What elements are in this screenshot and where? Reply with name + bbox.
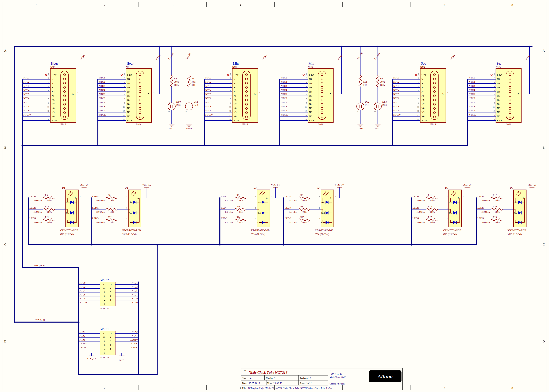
nixie-tube-NX3[interactable]: MinNX3L DP5N12NTC1N29NTC2N34NTC3N46NTC4N… (279, 47, 343, 126)
junction-dot (279, 108, 280, 109)
author-name: Grisha Anofriev (329, 382, 345, 385)
pin-number: 4 (306, 85, 307, 88)
net-label: NTC10 (205, 113, 213, 116)
nixie-tube-NX4[interactable]: SecNX4L DP5N12NTC1N29NTC2N34NTC3N46NTC4N… (392, 47, 455, 126)
pin-number: 4 (319, 217, 320, 220)
net-label: NTC4 (99, 89, 105, 91)
wire (91, 353, 100, 356)
pin-number-left: 4 (104, 348, 105, 350)
junction-dot (203, 145, 205, 146)
led-module-D1[interactable]: D1A2VCC_5VLEDB3R5100 Ohm0805BluLEDR1R131… (28, 184, 89, 236)
vcc-label: VCC_5V (142, 184, 151, 186)
resistor-value: 300k (380, 81, 385, 83)
neon-lamp-DS3[interactable]: LAMP1R4300k080512DS3IN-3GND (374, 47, 387, 130)
net-label: NTC1 (469, 76, 475, 79)
junction-dot (78, 344, 79, 346)
resistor-symbol (299, 219, 310, 221)
pin-name: N7 (234, 103, 237, 105)
net-label: NTC1 (205, 76, 211, 79)
resistor-value: 300k (192, 81, 196, 83)
sheet-number: * (306, 382, 307, 385)
pin-name: N9 (127, 111, 130, 113)
junction-dot (279, 99, 280, 100)
led-color-label: Blu (514, 201, 517, 203)
nixie-tube-NX0[interactable]: HourNX0L DP5N12NTC1N29NTC2N34NTC3N46NTC4… (22, 47, 85, 126)
column-label: 8 (511, 386, 513, 390)
nixie-tube-NX1[interactable]: HourNX1L DP5N12NTC1N29NTC2N34NTC3N46NTC4… (97, 47, 161, 126)
resistor-designator: R14 (108, 205, 112, 208)
led-module-D2[interactable]: D2A2VCC_5VLEDB3R6100 Ohm0805BluLEDR1R141… (90, 184, 151, 236)
junction-dot (279, 95, 280, 96)
junction-dot (392, 99, 393, 100)
pin-number: 7 (494, 93, 495, 96)
junction-dot (138, 292, 139, 293)
net-label: NTC8 (205, 105, 211, 108)
tube-title: Sec (421, 62, 426, 65)
neon-lamp-DS1[interactable]: LAMP1R1300k080512DS1IN-3GND (185, 47, 198, 130)
resistor-designator: R11 (428, 194, 432, 196)
junction-dot (279, 120, 280, 121)
resistor-value: 100 Ohm (416, 199, 425, 202)
pin-name: R DP (127, 119, 132, 122)
anode-wire (449, 47, 454, 94)
junction-dot (138, 295, 139, 297)
neon-lamp-DS0[interactable]: LAMP0R2300k080512DS0IN-3GND (168, 47, 181, 130)
junction-dot (467, 87, 468, 88)
pin-number: 13 (417, 114, 419, 116)
pin-name: N0 (497, 115, 500, 118)
led-module-D3[interactable]: D3A2VCC_5VLEDB3R8100 Ohm0805BluLEDR1R161… (219, 184, 280, 236)
pin-number: 11 (47, 106, 49, 108)
junction-dot (204, 91, 205, 92)
led-color-label: Red (66, 212, 69, 214)
pin-number-left: 10 (103, 336, 105, 339)
net-label: NTC6 (469, 97, 475, 99)
anode-wire (79, 47, 84, 94)
net-label: LEDR (285, 206, 291, 209)
tube-designator: NX4 (420, 66, 425, 68)
pin-number: 2 (80, 195, 81, 197)
net-label: NTA0 (132, 301, 138, 304)
pin-number: 1 (185, 102, 188, 103)
led-module-D6[interactable]: D6A2VCC_5VLEDB3R12100 Ohm0805BluLEDR1R20… (476, 184, 536, 236)
pin-number: 3 (230, 102, 231, 104)
pin-name: L DP (52, 74, 57, 77)
junction-dot (204, 104, 205, 105)
junction-dot (22, 83, 23, 84)
net-label: NTC1 (281, 76, 287, 79)
pin-number: 13 (123, 114, 125, 116)
net-label: NTC7 (281, 101, 287, 104)
number-value: * (274, 377, 275, 379)
part-name: KT-SMD3528-RGB (60, 229, 78, 231)
led-module-D5[interactable]: D5A2VCC_5VLEDB3R11100 Ohm0805BluLEDR1R19… (411, 184, 472, 236)
net-label: NTC10 (281, 113, 288, 116)
neon-lamp-DS2[interactable]: LAMP0R3300k080512DS2IN-3GND (356, 47, 369, 130)
net-label: NTC10 (469, 113, 476, 116)
pin-number: 4 (255, 217, 256, 220)
bus-label-nta: NTA[5..0] (35, 319, 45, 321)
pin-name-anode: A (254, 93, 256, 95)
connector-MAIN1[interactable]: MAIN11211NTA1NTA2109NTA3NTA487NTA5LAMP06… (78, 328, 139, 362)
pin-number: 2 (230, 77, 231, 79)
tube-designator: NX1 (126, 66, 131, 68)
pin-number: 4 (48, 85, 49, 88)
junction-dot (138, 303, 139, 305)
pin-number-left: 10 (103, 287, 105, 290)
pin-number: 3 (319, 196, 320, 198)
net-label: LEDB (92, 195, 98, 198)
resistor-footprint: 0805 (495, 221, 500, 224)
part-name: IN-16 (430, 123, 436, 126)
connector-MAIN2[interactable]: MAIN21211NTC0NTC1109NTC2NTC387NTC4NTC565… (78, 279, 139, 310)
resistor-footprint: 0805 (239, 199, 243, 202)
part-name: KT-SMD3528-RGB (315, 229, 333, 231)
junction-dot (22, 99, 23, 100)
pin-number: 13 (305, 114, 307, 116)
resistor-footprint: 0805 (430, 199, 435, 202)
led-color-label: Blu (321, 201, 325, 203)
row-label: B (543, 146, 545, 149)
row-label: B (4, 146, 6, 149)
nixie-tube-NX2[interactable]: MinNX2L DP5N12NTC1N29NTC2N34NTC3N46NTC4N… (204, 47, 267, 126)
pin-number: 6 (124, 89, 125, 91)
resistor-designator: R4 (380, 77, 383, 80)
led-module-D4[interactable]: D4A2VCC_5VLEDB3R9100 Ohm0805BluLEDR1R171… (283, 184, 344, 236)
nixie-tube-NX5[interactable]: SecNX5L DP5N12NTC1N29NTC2N34NTC3N46NTC4N… (467, 47, 531, 126)
